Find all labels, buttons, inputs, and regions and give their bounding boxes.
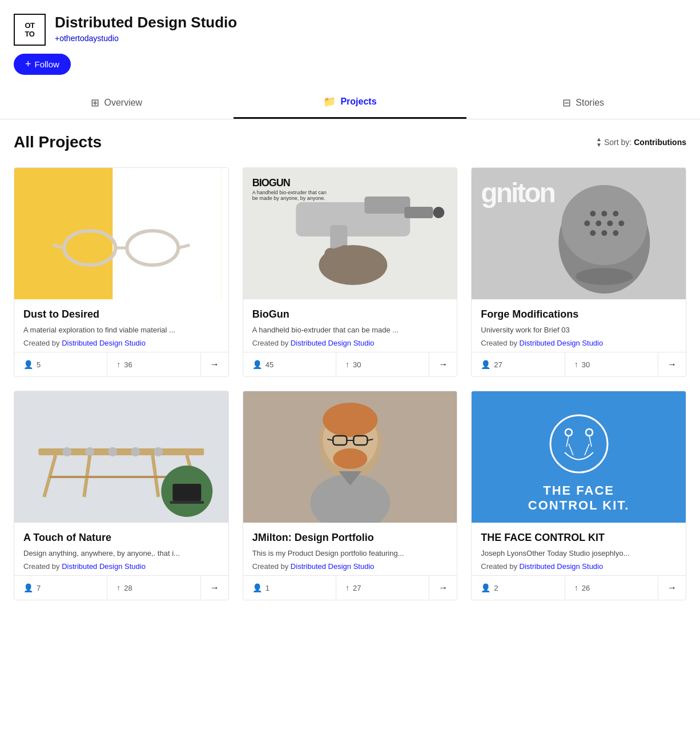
facekit-title: THE FACECONTROL KIT. <box>528 483 630 513</box>
contributions-icon-6: ↑ <box>574 583 578 592</box>
svg-point-22 <box>585 220 590 226</box>
project-body-6: THE FACE CONTROL KIT Joseph LyonsOther T… <box>472 523 686 575</box>
project-desc-2: A handheld bio-extruder that can be made… <box>252 325 448 335</box>
followers-count-3: 27 <box>494 360 502 369</box>
tab-projects[interactable]: 📁 Projects <box>234 86 467 119</box>
author-link-6[interactable]: Distributed Design Studio <box>520 562 604 571</box>
followers-count-6: 2 <box>494 584 498 592</box>
svg-rect-42 <box>172 484 201 501</box>
sort-control[interactable]: ▲ ▼ Sort by: Contributions <box>596 137 686 148</box>
project-arrow-4[interactable]: → <box>201 576 228 600</box>
followers-icon-1: 👤 <box>23 360 33 369</box>
contributions-count-2: 30 <box>353 360 361 369</box>
folder-icon: 📁 <box>323 95 336 108</box>
contributions-count-3: 30 <box>582 360 590 369</box>
project-footer-5: 👤 1 ↑ 27 → <box>243 575 457 600</box>
project-image-5 <box>243 391 457 523</box>
project-body-1: Dust to Desired A material exploration t… <box>14 299 228 352</box>
project-image-6: THE FACECONTROL KIT. <box>472 391 686 523</box>
svg-point-25 <box>619 220 625 226</box>
contributions-stat-6: ↑ 26 <box>565 576 658 599</box>
author-link-4[interactable]: Distributed Design Studio <box>62 562 146 571</box>
svg-point-31 <box>62 447 71 456</box>
tab-overview[interactable]: ⊞ Overview <box>0 86 234 119</box>
followers-stat-6: 👤 2 <box>472 576 565 599</box>
follow-label: Follow <box>35 59 59 69</box>
project-footer-4: 👤 7 ↑ 28 → <box>14 575 228 600</box>
project-body-5: JMilton: Design Portfolio This is my Pro… <box>243 523 457 575</box>
project-author-2: Created by Distributed Design Studio <box>252 339 448 347</box>
svg-rect-8 <box>364 196 410 214</box>
studio-info: Distributed Design Studio +othertodaystu… <box>55 14 237 43</box>
project-card-4: A Touch of Nature Design anything, anywh… <box>14 391 229 600</box>
svg-point-23 <box>596 220 602 226</box>
project-arrow-2[interactable]: → <box>429 352 457 376</box>
svg-rect-14 <box>367 249 377 276</box>
svg-point-58 <box>586 429 593 436</box>
svg-line-60 <box>589 436 592 447</box>
studio-handle[interactable]: +othertodaystudio <box>55 34 237 43</box>
project-author-5: Created by Distributed Design Studio <box>252 562 448 571</box>
svg-point-16 <box>433 207 444 218</box>
svg-rect-13 <box>353 247 364 276</box>
svg-point-57 <box>565 429 572 436</box>
author-link-5[interactable]: Distributed Design Studio <box>291 562 375 571</box>
followers-icon-6: 👤 <box>481 583 490 592</box>
project-card-2: BIOGUN A handheld bio-extruder that canb… <box>243 167 458 377</box>
followers-stat-4: 👤 7 <box>14 576 107 599</box>
svg-point-35 <box>154 447 163 456</box>
project-desc-1: A material exploration to find viable ma… <box>23 325 219 335</box>
followers-stat-1: 👤 5 <box>14 353 107 376</box>
tab-stories-label: Stories <box>576 98 604 108</box>
studio-name: Distributed Design Studio <box>55 14 237 31</box>
author-link-2[interactable]: Distributed Design Studio <box>291 339 375 347</box>
project-card-1: Dust to Desired A material exploration t… <box>14 167 229 377</box>
svg-line-61 <box>569 444 573 455</box>
author-link-3[interactable]: Distributed Design Studio <box>520 339 604 347</box>
project-title-2: BioGun <box>252 308 448 320</box>
plus-icon: + <box>25 58 31 70</box>
project-title-1: Dust to Desired <box>23 308 219 320</box>
followers-stat-5: 👤 1 <box>243 576 336 599</box>
svg-point-24 <box>608 220 613 226</box>
project-desc-3: University work for Brief 03 <box>481 325 677 335</box>
projects-grid: Dust to Desired A material exploration t… <box>0 161 700 607</box>
svg-point-53 <box>333 448 367 469</box>
followers-count-2: 45 <box>265 360 273 369</box>
contributions-count-5: 27 <box>353 584 361 592</box>
followers-icon-5: 👤 <box>252 583 262 592</box>
project-body-2: BioGun A handheld bio-extruder that can … <box>243 299 457 352</box>
followers-icon-4: 👤 <box>23 583 33 592</box>
followers-stat-2: 👤 45 <box>243 353 336 376</box>
project-image-4 <box>14 391 228 523</box>
project-arrow-3[interactable]: → <box>658 352 686 376</box>
project-footer-2: 👤 45 ↑ 30 → <box>243 352 457 376</box>
project-desc-6: Joseph LyonsOther Today Studio josephlyo… <box>481 548 677 559</box>
project-arrow-5[interactable]: → <box>429 576 457 600</box>
contributions-icon-5: ↑ <box>345 583 349 592</box>
svg-rect-43 <box>170 501 204 504</box>
project-desc-5: This is my Product Design portfolio feat… <box>252 548 448 559</box>
project-desc-4: Design anything, anywhere, by anyone,. t… <box>23 548 219 559</box>
svg-rect-15 <box>404 207 433 218</box>
page-header: OTTO Distributed Design Studio +othertod… <box>0 0 700 46</box>
project-title-4: A Touch of Nature <box>23 532 219 544</box>
followers-stat-3: 👤 27 <box>472 353 565 376</box>
project-card-3: gniton Forge Modifications Un <box>471 167 686 377</box>
project-author-1: Created by Distributed Design Studio <box>23 339 219 347</box>
svg-point-56 <box>550 415 608 472</box>
tab-stories[interactable]: ⊟ Stories <box>466 86 700 119</box>
project-arrow-1[interactable]: → <box>201 352 228 376</box>
svg-point-33 <box>108 447 117 456</box>
contributions-stat-5: ↑ 27 <box>336 576 429 599</box>
table-icon: ⊟ <box>562 97 571 109</box>
project-arrow-6[interactable]: → <box>658 576 686 600</box>
project-footer-3: 👤 27 ↑ 30 → <box>472 352 686 376</box>
svg-point-18 <box>562 185 647 265</box>
project-author-4: Created by Distributed Design Studio <box>23 562 219 571</box>
project-footer-1: 👤 5 ↑ 36 → <box>14 352 228 376</box>
author-link-1[interactable]: Distributed Design Studio <box>62 339 146 347</box>
contributions-stat-4: ↑ 28 <box>107 576 200 599</box>
svg-point-29 <box>576 268 633 285</box>
follow-button[interactable]: + Follow <box>14 54 71 75</box>
